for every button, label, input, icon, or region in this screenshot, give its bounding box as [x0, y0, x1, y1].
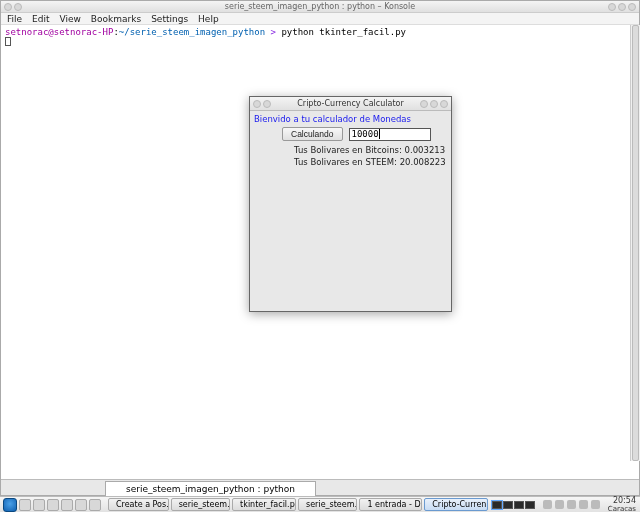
text-caret: [379, 129, 380, 139]
prompt-path: ~/serie_steem_imagen_python: [119, 27, 265, 37]
volume-icon[interactable]: [567, 500, 576, 509]
desktop-pager[interactable]: [492, 501, 535, 509]
konsole-title: serie_steem_imagen_python : python – Kon…: [1, 2, 639, 11]
welcome-label: Bienvido a tu calculador de Monedas: [254, 113, 447, 125]
task-button[interactable]: 1 entrada - D…: [359, 498, 422, 511]
maximize-icon[interactable]: [618, 3, 626, 11]
tray-icon[interactable]: [555, 500, 564, 509]
menu-view[interactable]: View: [60, 14, 81, 24]
konsole-menubar: File Edit View Bookmarks Settings Help: [1, 13, 639, 25]
task-button[interactable]: Create a Pos…: [108, 498, 169, 511]
minimize-icon[interactable]: [608, 3, 616, 11]
task-buttons: Create a Pos… serie_steem… tkinter_facil…: [108, 498, 488, 511]
menu-file[interactable]: File: [7, 14, 22, 24]
amount-input[interactable]: 10000: [349, 128, 431, 141]
crypto-calculator-window: Cripto-Currency Calculator Bienvido a tu…: [249, 96, 452, 312]
prompt-arrow: >: [271, 27, 276, 37]
quicklaunch-icon[interactable]: [89, 499, 101, 511]
taskbar: Create a Pos… serie_steem… tkinter_facil…: [0, 496, 640, 512]
result-steem: Tus Bolivares en STEEM: 20.008223: [254, 156, 447, 168]
konsole-tabbar: serie_steem_imagen_python : python: [1, 479, 639, 495]
tray-icon[interactable]: [591, 500, 600, 509]
quicklaunch-icon[interactable]: [19, 499, 31, 511]
menu-help[interactable]: Help: [198, 14, 219, 24]
konsole-titlebar[interactable]: serie_steem_imagen_python : python – Kon…: [1, 1, 639, 13]
task-button[interactable]: serie_steem…: [298, 498, 357, 511]
quicklaunch-icon[interactable]: [33, 499, 45, 511]
scrollbar-thumb[interactable]: [632, 25, 639, 461]
task-button[interactable]: tkinter_facil.p…: [232, 498, 296, 511]
minimize-icon[interactable]: [420, 100, 428, 108]
clock-time: 20:54: [608, 497, 636, 505]
system-tray: [539, 500, 604, 509]
window-menu-icon[interactable]: [253, 100, 261, 108]
menu-edit[interactable]: Edit: [32, 14, 49, 24]
pager-desktop-4[interactable]: [525, 501, 535, 509]
konsole-tab-label: serie_steem_imagen_python : python: [126, 484, 295, 494]
quicklaunch-icon[interactable]: [61, 499, 73, 511]
pager-desktop-1[interactable]: [492, 501, 502, 509]
command-text: python tkinter_facil.py: [281, 27, 406, 37]
amount-value: 10000: [352, 129, 379, 139]
clock-timezone: Caracas: [608, 505, 636, 513]
window-menu-icon[interactable]: [4, 3, 12, 11]
calculate-button[interactable]: Calculando: [282, 127, 343, 141]
tray-icon[interactable]: [543, 500, 552, 509]
quicklaunch-icon[interactable]: [75, 499, 87, 511]
network-icon[interactable]: [579, 500, 588, 509]
taskbar-clock[interactable]: 20:54 Caracas: [604, 497, 640, 513]
pin-icon[interactable]: [263, 100, 271, 108]
close-icon[interactable]: [440, 100, 448, 108]
close-icon[interactable]: [628, 3, 636, 11]
maximize-icon[interactable]: [430, 100, 438, 108]
kde-menu-icon[interactable]: [3, 498, 17, 512]
menu-settings[interactable]: Settings: [151, 14, 188, 24]
dialog-body: Bienvido a tu calculador de Monedas Calc…: [250, 111, 451, 170]
task-button[interactable]: Cripto-Curren…: [424, 498, 488, 511]
pin-icon[interactable]: [14, 3, 22, 11]
result-btc: Tus Bolivares en Bitcoins: 0.003213: [254, 144, 447, 156]
terminal-scrollbar[interactable]: [630, 25, 640, 461]
quicklaunch-icon[interactable]: [47, 499, 59, 511]
menu-bookmarks[interactable]: Bookmarks: [91, 14, 141, 24]
prompt-user: setnorac@setnorac-HP: [5, 27, 113, 37]
pager-desktop-3[interactable]: [514, 501, 524, 509]
terminal-cursor: [5, 37, 11, 46]
task-button[interactable]: serie_steem…: [171, 498, 230, 511]
dialog-titlebar[interactable]: Cripto-Currency Calculator: [250, 97, 451, 111]
konsole-tab[interactable]: serie_steem_imagen_python : python: [105, 481, 316, 496]
pager-desktop-2[interactable]: [503, 501, 513, 509]
